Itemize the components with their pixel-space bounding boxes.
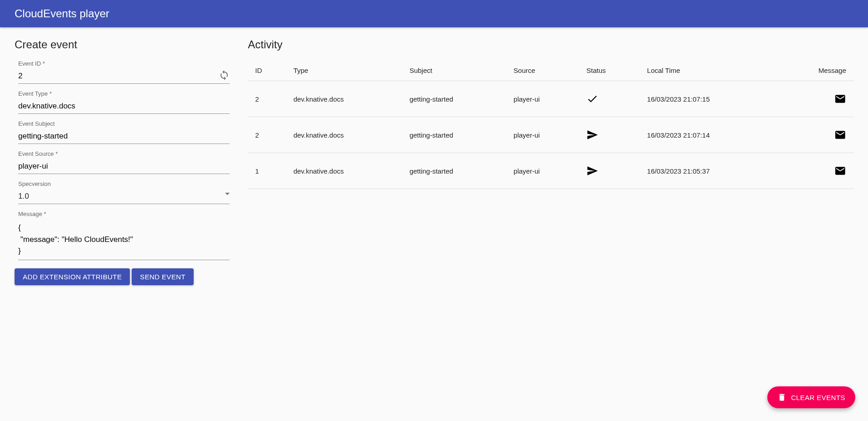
col-type: Type [286, 60, 402, 81]
check-icon [586, 93, 598, 105]
create-event-title: Create event [15, 38, 233, 51]
cell-type: dev.knative.docs [286, 81, 402, 117]
event-source-label: Event Source * [18, 150, 230, 157]
create-event-panel: Create event Event ID * Event Type * Eve… [15, 38, 233, 285]
cell-local-time: 16/03/2023 21:07:15 [640, 81, 778, 117]
event-source-input[interactable] [18, 159, 230, 174]
cell-source: player-ui [506, 81, 579, 117]
event-subject-field-wrapper: Event Subject [18, 120, 230, 144]
activity-table: ID Type Subject Source Status Local Time… [248, 60, 853, 189]
cell-type: dev.knative.docs [286, 117, 402, 153]
col-source: Source [506, 60, 579, 81]
cell-type: dev.knative.docs [286, 153, 402, 189]
form-button-row: Add Extension Attribute Send Event [15, 268, 233, 285]
cell-message [778, 117, 853, 153]
cell-local-time: 16/03/2023 21:05:37 [640, 153, 778, 189]
table-row: 2dev.knative.docsgetting-startedplayer-u… [248, 81, 853, 117]
send-icon [586, 129, 598, 141]
cell-id: 2 [248, 117, 286, 153]
cell-source: player-ui [506, 117, 579, 153]
message-label: Message * [18, 210, 230, 217]
main-content: Create event Event ID * Event Type * Eve… [0, 27, 868, 296]
send-event-button[interactable]: Send Event [132, 268, 194, 285]
cell-message [778, 81, 853, 117]
cell-id: 1 [248, 153, 286, 189]
event-type-input[interactable] [18, 99, 230, 114]
cell-status [579, 117, 640, 153]
cell-subject: getting-started [402, 117, 506, 153]
cell-subject: getting-started [402, 81, 506, 117]
event-id-field-wrapper: Event ID * [18, 60, 230, 84]
event-type-field-wrapper: Event Type * [18, 90, 230, 114]
message-field-wrapper: Message * [18, 210, 230, 262]
cell-status [579, 153, 640, 189]
col-subject: Subject [402, 60, 506, 81]
app-header: CloudEvents player [0, 0, 868, 27]
activity-title: Activity [248, 38, 853, 51]
col-message: Message [778, 60, 853, 81]
cell-source: player-ui [506, 153, 579, 189]
cell-local-time: 16/03/2023 21:07:14 [640, 117, 778, 153]
cell-id: 2 [248, 81, 286, 117]
event-id-label: Event ID * [18, 60, 230, 67]
add-extension-attribute-button[interactable]: Add Extension Attribute [15, 268, 130, 285]
dropdown-arrow-icon [225, 193, 230, 195]
mail-icon[interactable] [834, 129, 846, 141]
message-textarea[interactable] [18, 219, 230, 260]
table-row: 1dev.knative.docsgetting-startedplayer-u… [248, 153, 853, 189]
event-source-field-wrapper: Event Source * [18, 150, 230, 174]
cell-subject: getting-started [402, 153, 506, 189]
specversion-select[interactable]: 1.0 [18, 189, 230, 204]
col-status: Status [579, 60, 640, 81]
col-id: ID [248, 60, 286, 81]
activity-table-header-row: ID Type Subject Source Status Local Time… [248, 60, 853, 81]
specversion-field-wrapper: Specversion 1.0 [18, 180, 230, 204]
app-title: CloudEvents player [15, 7, 109, 20]
event-subject-label: Event Subject [18, 120, 230, 127]
table-row: 2dev.knative.docsgetting-startedplayer-u… [248, 117, 853, 153]
event-id-input[interactable] [18, 69, 230, 84]
activity-panel: Activity ID Type Subject Source Status L… [248, 38, 853, 285]
specversion-label: Specversion [18, 180, 230, 187]
mail-icon[interactable] [834, 165, 846, 177]
send-icon [586, 165, 598, 177]
col-local-time: Local Time [640, 60, 778, 81]
event-type-label: Event Type * [18, 90, 230, 97]
cell-message [778, 153, 853, 189]
cell-status [579, 81, 640, 117]
event-subject-input[interactable] [18, 129, 230, 144]
mail-icon[interactable] [834, 93, 846, 105]
regenerate-id-icon[interactable] [219, 70, 230, 81]
